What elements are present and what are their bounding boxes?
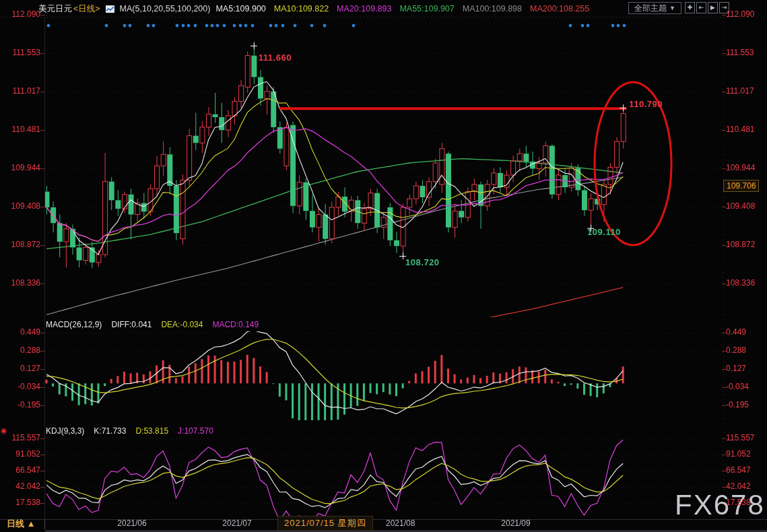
theme-dropdown[interactable]: 全部主题 ▼ bbox=[628, 2, 681, 14]
kdj-readout-row: KDJ(9,3,3) K:71.733 D:53.815 J:107.570 bbox=[46, 426, 213, 436]
macd-diff-value: DIFF:0.041 bbox=[111, 320, 152, 329]
macd-axis-label-right: 0.288 bbox=[726, 345, 746, 355]
price-axis-label-left: 108.336 bbox=[4, 278, 40, 288]
period-selector[interactable]: 日线 ▲ bbox=[7, 518, 36, 530]
macd-axis-label-left: 0.288 bbox=[4, 345, 40, 355]
price-axis-label-left: 109.944 bbox=[4, 163, 40, 172]
kdj-settings-label: KDJ(9,3,3) bbox=[46, 426, 84, 436]
highlighted-date-label: 2021/07/15 星期四 bbox=[277, 516, 373, 531]
price-axis-label-left: 108.872 bbox=[4, 240, 40, 249]
kdj-axis-label-right: 17.538 bbox=[726, 498, 751, 507]
macd-readout-row: MACD(26,12,9) DIFF:0.041 DEA:-0.034 MACD… bbox=[46, 320, 259, 329]
price-axis-label-left: 110.481 bbox=[4, 125, 40, 134]
kdj-axis-label-left: 115.557 bbox=[4, 433, 40, 442]
ma-readout-ma55: MA55:109.907 bbox=[399, 4, 454, 13]
ma-readout-ma100: MA100:109.898 bbox=[463, 4, 522, 13]
kdj-d-value: D:53.815 bbox=[135, 426, 168, 436]
kdj-axis-label-right: 42.042 bbox=[726, 481, 751, 491]
price-axis-label-right: 108.872 bbox=[726, 240, 755, 249]
ma-readout-ma200: MA200:108.255 bbox=[530, 4, 589, 13]
price-axis-label-right: 112.090 bbox=[726, 9, 755, 19]
price-axis-label-left: 112.090 bbox=[4, 9, 40, 19]
kdj-axis-label-left: 91.052 bbox=[4, 449, 40, 459]
x-axis-label: 2021/09 bbox=[501, 519, 530, 528]
kdj-axis-label-left: 17.538 bbox=[4, 498, 40, 507]
kdj-j-value: J:107.570 bbox=[178, 426, 213, 436]
kdj-axis-label-right: 66.547 bbox=[726, 465, 751, 475]
price-axis-label-right: 110.481 bbox=[726, 125, 755, 134]
macd-axis-label-left: -0.195 bbox=[4, 400, 40, 409]
kdj-axis-label-right: 91.052 bbox=[726, 449, 751, 459]
annotation-breakout-high: 110.790 bbox=[629, 99, 663, 109]
ma-readout-ma5: MA5:109.900 bbox=[215, 4, 265, 13]
macd-axis-label-right: 0.127 bbox=[726, 364, 746, 373]
annotation-peak-high: 111.660 bbox=[259, 53, 292, 63]
ma-readout-row: MA5:109.900MA10:109.822MA20:109.893MA55:… bbox=[215, 4, 589, 13]
macd-axis-label-left: -0.034 bbox=[4, 382, 40, 391]
trading-chart-window: 美元日元<日线> MA(5,10,20,55,100,200) MA5:109.… bbox=[0, 0, 767, 532]
macd-axis-label-right: 0.449 bbox=[726, 327, 746, 337]
axis-scale-left-icon[interactable]: ⇤ bbox=[696, 2, 706, 13]
chart-canvas[interactable] bbox=[0, 0, 767, 532]
x-axis-label: 2021/08 bbox=[386, 519, 415, 528]
price-axis-label-left: 111.553 bbox=[4, 48, 40, 57]
pan-crosshair-icon[interactable]: ✚ bbox=[685, 2, 695, 13]
price-axis-label-right: 111.017 bbox=[726, 86, 754, 96]
price-axis-label-right: 109.944 bbox=[726, 163, 755, 172]
ma-readout-ma10: MA10:109.822 bbox=[274, 4, 329, 13]
price-axis-label-left: 111.017 bbox=[4, 86, 40, 96]
kdj-k-value: K:71.733 bbox=[94, 426, 126, 436]
ma-settings-label: MA(5,10,20,55,100,200) bbox=[120, 4, 211, 13]
price-axis-label-right: 108.336 bbox=[726, 278, 755, 288]
triangle-up-icon: ▲ bbox=[27, 519, 36, 529]
annotation-september-low: 109.110 bbox=[587, 227, 621, 237]
kdj-axis-label-left: 66.547 bbox=[4, 465, 40, 475]
price-axis-label-right: 109.408 bbox=[726, 201, 755, 211]
macd-hist-value: MACD:0.149 bbox=[212, 320, 259, 329]
x-axis-label: 2021/07 bbox=[222, 519, 251, 528]
fx678-watermark: FX678 bbox=[675, 489, 765, 521]
macd-axis-label-left: 0.127 bbox=[4, 364, 40, 373]
theme-dropdown-label: 全部主题 bbox=[634, 3, 667, 14]
period-tag: <日线> bbox=[73, 3, 100, 15]
period-selector-label: 日线 bbox=[7, 519, 24, 529]
current-price-badge: 109.706 bbox=[723, 180, 759, 192]
price-axis-label-left: 109.408 bbox=[4, 201, 40, 211]
chart-toolbar: ✚⇤▶⇥ bbox=[685, 2, 729, 13]
macd-dea-value: DEA:-0.034 bbox=[161, 320, 203, 329]
chart-header: 美元日元<日线> MA(5,10,20,55,100,200) MA5:109.… bbox=[38, 3, 589, 15]
macd-axis-label-right: -0.195 bbox=[726, 400, 749, 409]
macd-axis-label-right: -0.034 bbox=[726, 382, 749, 391]
macd-axis-label-left: 0.449 bbox=[4, 327, 40, 337]
kdj-axis-label-left: 42.042 bbox=[4, 481, 40, 491]
chevron-down-icon: ▼ bbox=[669, 5, 675, 11]
price-axis-label-right: 111.553 bbox=[726, 48, 754, 57]
macd-settings-label: MACD(26,12,9) bbox=[46, 320, 102, 329]
symbol-title: 美元日元 bbox=[38, 3, 72, 15]
ma-readout-ma20: MA20:109.893 bbox=[337, 4, 391, 13]
kdj-axis-label-right: 115.557 bbox=[726, 433, 755, 442]
candlestick-chart-icon bbox=[106, 5, 114, 13]
axis-play-icon[interactable]: ▶ bbox=[708, 2, 718, 13]
annotation-july-low: 108.720 bbox=[405, 257, 440, 267]
x-axis-label: 2021/06 bbox=[117, 519, 146, 528]
